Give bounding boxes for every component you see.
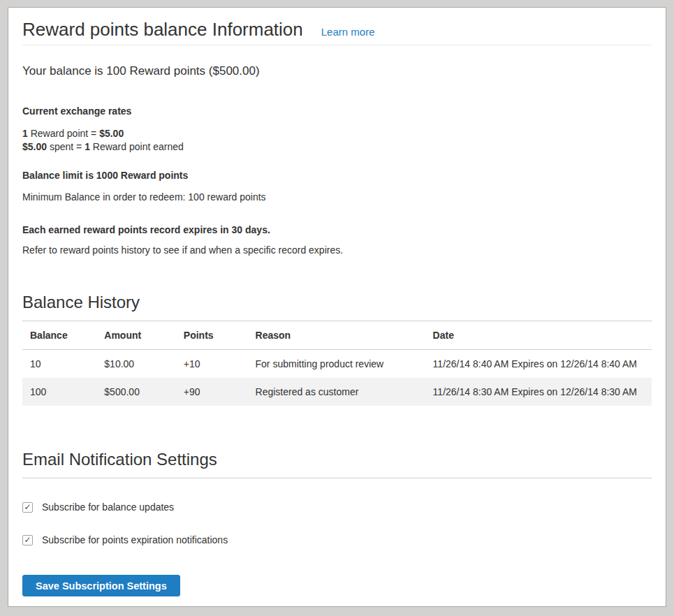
cell-balance: 100	[22, 378, 96, 406]
earn-rate-line: $5.00 spent = 1 Reward point earned	[22, 140, 652, 154]
email-notification-section: Email Notification Settings Subscribe fo…	[22, 449, 652, 596]
column-header-reason: Reason	[248, 321, 425, 350]
cell-reason: Registered as customer	[248, 378, 425, 406]
cell-amount: $500.00	[96, 378, 176, 406]
balance-updates-label: Subscribe for balance updates	[42, 501, 174, 513]
learn-more-link[interactable]: Learn more	[321, 26, 375, 38]
column-header-date: Date	[425, 321, 652, 350]
balance-history-heading: Balance History	[22, 292, 652, 321]
column-header-amount: Amount	[96, 321, 176, 350]
balance-history-section: Balance History Balance Amount Points Re…	[22, 292, 652, 406]
email-settings-heading: Email Notification Settings	[22, 449, 652, 478]
balance-updates-checkbox[interactable]	[22, 502, 33, 513]
table-header-row: Balance Amount Points Reason Date	[22, 321, 652, 350]
table-row: 10 $10.00 +10 For submitting product rev…	[22, 350, 652, 379]
save-subscription-settings-button[interactable]: Save Subscription Settings	[22, 575, 180, 596]
table-row: 100 $500.00 +90 Registered as customer 1…	[22, 378, 652, 406]
page-title: Reward points balance Information	[22, 19, 303, 40]
expiration-notifications-checkbox[interactable]	[22, 535, 33, 545]
expiration-notifications-option[interactable]: Subscribe for points expiration notifica…	[22, 534, 228, 545]
cell-points: +10	[176, 350, 248, 379]
expiry-text: Each earned reward points record expires…	[22, 223, 652, 237]
exchange-rate-line: 1 Reward point = $5.00	[22, 127, 652, 140]
column-header-points: Points	[176, 321, 248, 350]
page-header: Reward points balance Information Learn …	[22, 16, 652, 45]
expiration-notifications-label: Subscribe for points expiration notifica…	[42, 534, 228, 545]
reward-info-block: Current exchange rates 1 Reward point = …	[22, 105, 652, 257]
balance-updates-option[interactable]: Subscribe for balance updates	[22, 501, 174, 513]
balance-summary: Your balance is 100 Reward points ($500.…	[22, 64, 652, 79]
cell-balance: 10	[22, 350, 96, 379]
cell-date: 11/26/14 8:40 AM Expires on 12/26/14 8:4…	[425, 350, 652, 379]
cell-points: +90	[176, 378, 248, 406]
expiry-note-text: Refer to reward points history to see if…	[22, 244, 652, 257]
column-header-balance: Balance	[22, 321, 96, 350]
cell-date: 11/26/14 8:30 AM Expires on 12/26/14 8:3…	[425, 378, 652, 406]
balance-history-table: Balance Amount Points Reason Date 10 $10…	[22, 321, 652, 406]
cell-amount: $10.00	[96, 350, 176, 379]
min-redeem-text: Minimum Balance in order to redeem: 100 …	[22, 191, 652, 204]
reward-points-card: Reward points balance Information Learn …	[8, 7, 666, 607]
cell-reason: For submitting product review	[248, 350, 425, 379]
balance-limit-text: Balance limit is 1000 Reward points	[22, 169, 652, 182]
exchange-rates-heading: Current exchange rates	[22, 105, 652, 118]
